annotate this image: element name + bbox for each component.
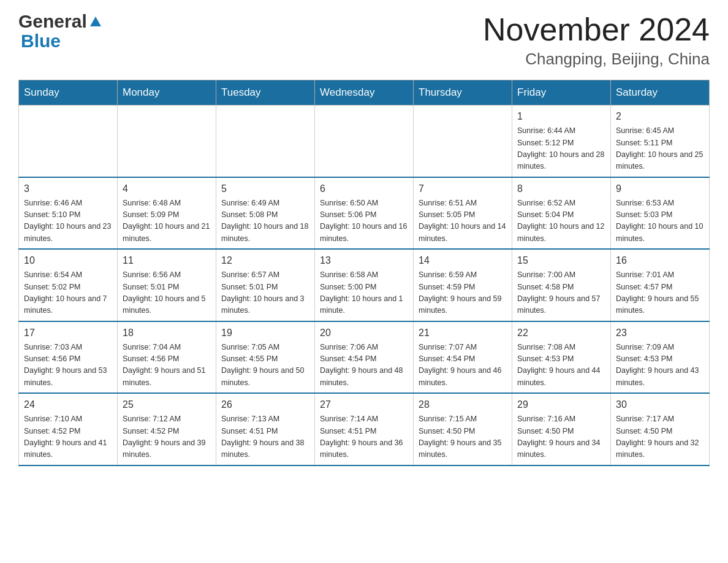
- day-info: Sunrise: 7:17 AM Sunset: 4:50 PM Dayligh…: [616, 413, 704, 461]
- day-info: Sunrise: 7:15 AM Sunset: 4:50 PM Dayligh…: [419, 413, 507, 461]
- day-number: 4: [123, 182, 211, 196]
- calendar-cell: 27Sunrise: 7:14 AM Sunset: 4:51 PM Dayli…: [315, 393, 414, 465]
- calendar-cell: 23Sunrise: 7:09 AM Sunset: 4:53 PM Dayli…: [611, 321, 710, 394]
- day-number: 20: [320, 326, 408, 340]
- day-info: Sunrise: 6:48 AM Sunset: 5:09 PM Dayligh…: [123, 197, 211, 245]
- day-info: Sunrise: 6:56 AM Sunset: 5:01 PM Dayligh…: [123, 269, 211, 317]
- calendar-cell: 6Sunrise: 6:50 AM Sunset: 5:06 PM Daylig…: [315, 177, 414, 250]
- day-number: 19: [221, 326, 309, 340]
- calendar-title: November 2024: [483, 12, 710, 47]
- header-day-friday: Friday: [512, 80, 611, 105]
- day-number: 5: [221, 182, 309, 196]
- day-number: 29: [517, 397, 605, 412]
- calendar-cell: 2Sunrise: 6:45 AM Sunset: 5:11 PM Daylig…: [611, 105, 710, 177]
- day-number: 21: [419, 326, 507, 340]
- calendar-cell: 18Sunrise: 7:04 AM Sunset: 4:56 PM Dayli…: [118, 321, 216, 394]
- day-number: 6: [320, 182, 408, 196]
- day-info: Sunrise: 6:44 AM Sunset: 5:12 PM Dayligh…: [517, 125, 605, 173]
- day-info: Sunrise: 7:08 AM Sunset: 4:53 PM Dayligh…: [517, 342, 605, 389]
- week-row-4: 17Sunrise: 7:03 AM Sunset: 4:56 PM Dayli…: [19, 321, 710, 394]
- calendar-subtitle: Changping, Beijing, China: [483, 50, 710, 69]
- calendar-cell: 3Sunrise: 6:46 AM Sunset: 5:10 PM Daylig…: [19, 177, 118, 250]
- day-info: Sunrise: 6:52 AM Sunset: 5:04 PM Dayligh…: [517, 197, 605, 245]
- calendar-cell: 8Sunrise: 6:52 AM Sunset: 5:04 PM Daylig…: [512, 177, 611, 250]
- page-header: General Blue November 2024 Changping, Be…: [18, 12, 710, 69]
- week-row-3: 10Sunrise: 6:54 AM Sunset: 5:02 PM Dayli…: [19, 249, 710, 321]
- header-day-wednesday: Wednesday: [315, 80, 414, 105]
- calendar-cell: [118, 105, 216, 177]
- day-number: 30: [616, 397, 704, 412]
- calendar-cell: 20Sunrise: 7:06 AM Sunset: 4:54 PM Dayli…: [315, 321, 414, 394]
- header-day-thursday: Thursday: [414, 80, 512, 105]
- day-number: 9: [616, 182, 704, 196]
- week-row-5: 24Sunrise: 7:10 AM Sunset: 4:52 PM Dayli…: [19, 393, 710, 465]
- day-info: Sunrise: 7:09 AM Sunset: 4:53 PM Dayligh…: [616, 342, 704, 389]
- calendar-cell: 12Sunrise: 6:57 AM Sunset: 5:01 PM Dayli…: [216, 249, 315, 321]
- day-number: 22: [517, 326, 605, 340]
- day-info: Sunrise: 7:13 AM Sunset: 4:51 PM Dayligh…: [221, 413, 309, 461]
- calendar-table: SundayMondayTuesdayWednesdayThursdayFrid…: [18, 80, 710, 466]
- calendar-cell: 13Sunrise: 6:58 AM Sunset: 5:00 PM Dayli…: [315, 249, 414, 321]
- day-number: 13: [320, 253, 408, 268]
- calendar-cell: 9Sunrise: 6:53 AM Sunset: 5:03 PM Daylig…: [611, 177, 710, 250]
- calendar-cell: 29Sunrise: 7:16 AM Sunset: 4:50 PM Dayli…: [512, 393, 611, 465]
- day-info: Sunrise: 6:45 AM Sunset: 5:11 PM Dayligh…: [616, 125, 704, 173]
- logo: General Blue: [18, 12, 102, 50]
- day-info: Sunrise: 7:12 AM Sunset: 4:52 PM Dayligh…: [123, 413, 211, 461]
- calendar-cell: [414, 105, 512, 177]
- calendar-cell: 25Sunrise: 7:12 AM Sunset: 4:52 PM Dayli…: [118, 393, 216, 465]
- day-number: 1: [517, 109, 605, 124]
- calendar-cell: 10Sunrise: 6:54 AM Sunset: 5:02 PM Dayli…: [19, 249, 118, 321]
- calendar-cell: 22Sunrise: 7:08 AM Sunset: 4:53 PM Dayli…: [512, 321, 611, 394]
- day-number: 11: [123, 253, 211, 268]
- day-info: Sunrise: 7:01 AM Sunset: 4:57 PM Dayligh…: [616, 269, 704, 317]
- calendar-header: SundayMondayTuesdayWednesdayThursdayFrid…: [19, 80, 710, 105]
- day-info: Sunrise: 6:58 AM Sunset: 5:00 PM Dayligh…: [320, 269, 408, 317]
- day-info: Sunrise: 7:16 AM Sunset: 4:50 PM Dayligh…: [517, 413, 605, 461]
- day-number: 10: [24, 253, 112, 268]
- day-number: 18: [123, 326, 211, 340]
- day-number: 26: [221, 397, 309, 412]
- day-info: Sunrise: 6:53 AM Sunset: 5:03 PM Dayligh…: [616, 197, 704, 245]
- calendar-cell: 4Sunrise: 6:48 AM Sunset: 5:09 PM Daylig…: [118, 177, 216, 250]
- day-number: 27: [320, 397, 408, 412]
- header-day-tuesday: Tuesday: [216, 80, 315, 105]
- calendar-cell: 21Sunrise: 7:07 AM Sunset: 4:54 PM Dayli…: [414, 321, 512, 394]
- header-day-sunday: Sunday: [19, 80, 118, 105]
- header-day-saturday: Saturday: [611, 80, 710, 105]
- header-row: SundayMondayTuesdayWednesdayThursdayFrid…: [19, 80, 710, 105]
- calendar-cell: 30Sunrise: 7:17 AM Sunset: 4:50 PM Dayli…: [611, 393, 710, 465]
- day-info: Sunrise: 7:04 AM Sunset: 4:56 PM Dayligh…: [123, 342, 211, 389]
- day-number: 24: [24, 397, 112, 412]
- svg-marker-0: [90, 17, 101, 26]
- logo-general-text: General: [18, 12, 87, 31]
- day-info: Sunrise: 7:00 AM Sunset: 4:58 PM Dayligh…: [517, 269, 605, 317]
- day-info: Sunrise: 6:50 AM Sunset: 5:06 PM Dayligh…: [320, 197, 408, 245]
- day-number: 17: [24, 326, 112, 340]
- day-number: 23: [616, 326, 704, 340]
- calendar-cell: [315, 105, 414, 177]
- logo-triangle-icon: [89, 13, 102, 32]
- day-number: 15: [517, 253, 605, 268]
- day-number: 3: [24, 182, 112, 196]
- day-number: 14: [419, 253, 507, 268]
- day-info: Sunrise: 6:59 AM Sunset: 4:59 PM Dayligh…: [419, 269, 507, 317]
- day-number: 16: [616, 253, 704, 268]
- calendar-cell: 17Sunrise: 7:03 AM Sunset: 4:56 PM Dayli…: [19, 321, 118, 394]
- day-info: Sunrise: 6:57 AM Sunset: 5:01 PM Dayligh…: [221, 269, 309, 317]
- calendar-cell: 19Sunrise: 7:05 AM Sunset: 4:55 PM Dayli…: [216, 321, 315, 394]
- calendar-cell: 28Sunrise: 7:15 AM Sunset: 4:50 PM Dayli…: [414, 393, 512, 465]
- calendar-cell: 14Sunrise: 6:59 AM Sunset: 4:59 PM Dayli…: [414, 249, 512, 321]
- calendar-cell: 5Sunrise: 6:49 AM Sunset: 5:08 PM Daylig…: [216, 177, 315, 250]
- calendar-cell: [19, 105, 118, 177]
- day-info: Sunrise: 7:10 AM Sunset: 4:52 PM Dayligh…: [24, 413, 112, 461]
- day-number: 2: [616, 109, 704, 124]
- day-number: 28: [419, 397, 507, 412]
- day-info: Sunrise: 6:46 AM Sunset: 5:10 PM Dayligh…: [24, 197, 112, 245]
- day-number: 25: [123, 397, 211, 412]
- week-row-1: 1Sunrise: 6:44 AM Sunset: 5:12 PM Daylig…: [19, 105, 710, 177]
- day-info: Sunrise: 7:14 AM Sunset: 4:51 PM Dayligh…: [320, 413, 408, 461]
- calendar-cell: 11Sunrise: 6:56 AM Sunset: 5:01 PM Dayli…: [118, 249, 216, 321]
- day-number: 12: [221, 253, 309, 268]
- header-day-monday: Monday: [118, 80, 216, 105]
